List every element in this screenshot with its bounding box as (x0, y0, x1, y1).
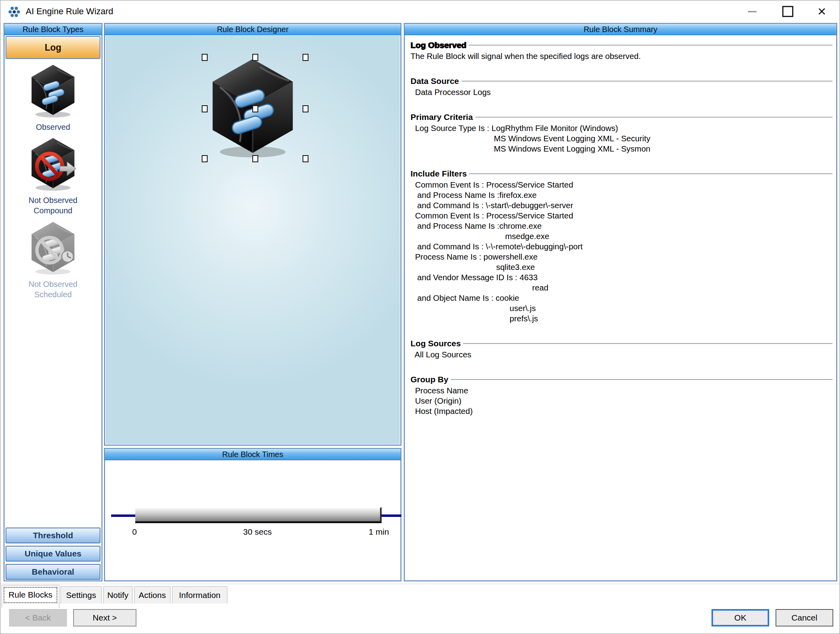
selection-handle-top-right[interactable] (303, 54, 308, 61)
cube-prohibited-arrow-icon (28, 137, 78, 191)
selection-handle-middle-right[interactable] (303, 105, 308, 112)
window-title: AI Engine Rule Wizard (26, 0, 113, 23)
tab-label: Settings (66, 590, 96, 600)
section-rule-line (463, 343, 832, 344)
tab-information[interactable]: Information (172, 586, 227, 604)
type-item-label: Not Observed Scheduled (4, 279, 102, 300)
section-rule-line (451, 379, 832, 380)
tick-1min: 1 min (359, 527, 399, 537)
rule-block-types-panel: Rule Block Types Log Observed Not Observ… (4, 23, 102, 581)
section-rule-line (475, 117, 832, 118)
section-title: Include Filters (411, 169, 467, 178)
summary-content: Log Observed The Rule Block will signal … (405, 36, 836, 580)
designer-canvas[interactable] (106, 36, 400, 444)
rule-block-summary-panel: Rule Block Summary Log Observed The Rule… (404, 23, 837, 581)
tab-label: Actions (139, 590, 166, 600)
type-item-label: Observed (4, 122, 102, 132)
tab-notify[interactable]: Notify (103, 586, 132, 604)
rule-block-designer-header: Rule Block Designer (105, 24, 401, 35)
rule-block-types-header: Rule Block Types (4, 24, 102, 35)
tick-30secs: 30 secs (234, 527, 281, 537)
type-item-not-observed-compound[interactable]: Not Observed Compound (4, 137, 102, 216)
section-rule-line (469, 173, 832, 175)
ai-engine-rule-wizard-window: AI Engine Rule Wizard ✕ Rule Block Types… (0, 0, 840, 634)
section-rule-line (469, 45, 832, 46)
next-button[interactable]: Next > (73, 609, 136, 626)
section-title: Primary Criteria (411, 112, 473, 122)
tab-label: Notify (107, 590, 129, 600)
summary-section-log-observed: Log Observed The Rule Block will signal … (411, 40, 833, 61)
section-body: Common Event Is : Process/Service Starte… (411, 180, 833, 324)
selection-handle-middle-center[interactable] (252, 105, 258, 112)
cancel-button[interactable]: Cancel (776, 609, 833, 626)
type-item-label: Not Observed Compound (4, 195, 102, 216)
rule-block-designer-panel: Rule Block Designer (104, 23, 401, 446)
rule-type-category-buttons: Threshold Unique Values Behavioral (6, 525, 100, 580)
section-title: Data Source (411, 76, 459, 86)
selection-handle-top-center[interactable] (252, 54, 258, 61)
summary-section-data-source: Data Source Data Processor Logs (411, 76, 833, 97)
type-item-not-observed-scheduled: Not Observed Scheduled (4, 220, 102, 300)
tab-rule-blocks[interactable]: Rule Blocks (2, 585, 59, 608)
type-item-observed[interactable]: Observed (4, 63, 102, 132)
threshold-button[interactable]: Threshold (6, 528, 100, 543)
selection-handle-top-left[interactable] (202, 54, 208, 61)
summary-section-primary-criteria: Primary Criteria Log Source Type Is : Lo… (411, 112, 833, 154)
section-title: Log Sources (411, 339, 461, 348)
logrhythm-logo-icon (7, 4, 22, 19)
summary-section-log-sources: Log Sources All Log Sources (411, 339, 833, 360)
selection-handle-bottom-left[interactable] (202, 155, 208, 162)
log-type-button[interactable]: Log (6, 36, 100, 59)
tab-settings[interactable]: Settings (61, 586, 102, 604)
back-button: < Back (9, 609, 67, 626)
times-area: 0 30 secs 1 min (106, 461, 400, 580)
summary-section-group-by: Group By Process Name User (Origin) Host… (411, 375, 833, 416)
summary-section-include-filters: Include Filters Common Event Is : Proces… (411, 169, 833, 324)
section-title: Group By (411, 375, 448, 384)
minimize-icon (748, 11, 757, 12)
cube-prohibited-clock-icon (28, 220, 78, 275)
close-button[interactable]: ✕ (810, 1, 834, 22)
section-body: Process Name User (Origin) Host (Impacte… (411, 385, 833, 416)
title-bar: AI Engine Rule Wizard ✕ (0, 0, 840, 23)
unique-values-button[interactable]: Unique Values (6, 546, 100, 562)
section-rule-line (462, 81, 832, 82)
section-body: Log Source Type Is : LogRhythm File Moni… (411, 123, 833, 154)
section-body: Data Processor Logs (411, 87, 833, 97)
minimize-button[interactable] (740, 1, 764, 22)
time-range-bar[interactable] (135, 507, 382, 523)
tab-label: Information (179, 590, 220, 600)
focus-outline (4, 587, 57, 603)
maximize-icon (782, 6, 793, 17)
selection-handle-bottom-right[interactable] (303, 155, 308, 162)
rule-block-summary-header: Rule Block Summary (405, 24, 836, 35)
ok-button[interactable]: OK (711, 609, 769, 626)
cube-logs-icon (28, 63, 78, 118)
rule-block-times-panel: Rule Block Times 0 30 secs 1 min (104, 448, 401, 581)
behavioral-button[interactable]: Behavioral (6, 564, 100, 580)
selection-handle-middle-left[interactable] (202, 105, 208, 112)
tab-actions[interactable]: Actions (134, 586, 170, 604)
maximize-button[interactable] (776, 1, 800, 22)
section-body: The Rule Block will signal when the spec… (411, 51, 833, 61)
selection-handle-bottom-center[interactable] (252, 155, 258, 162)
rule-block-times-header: Rule Block Times (105, 449, 401, 460)
tick-0: 0 (129, 527, 140, 537)
section-body: All Log Sources (411, 349, 833, 360)
section-title: Log Observed (411, 40, 466, 50)
wizard-tab-strip: Rule Blocks Settings Notify Actions Info… (0, 584, 840, 609)
